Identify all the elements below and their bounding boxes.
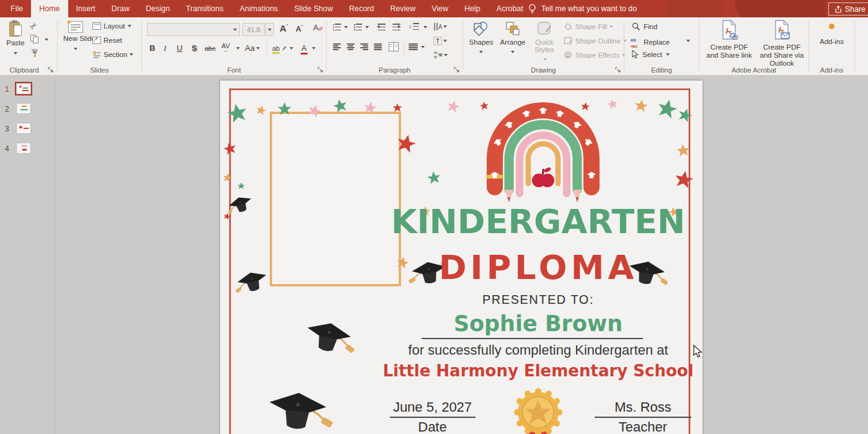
tab-slide-show[interactable]: Slide Show: [286, 0, 341, 17]
change-case-button[interactable]: Aa: [245, 43, 255, 53]
font-dialog-launcher[interactable]: [317, 67, 324, 73]
tab-acrobat[interactable]: Acrobat: [489, 0, 531, 17]
certificate-title-line2[interactable]: DIPLOMA: [368, 248, 709, 287]
create-pdf-share-link-button[interactable]: Create PDF and Share link: [704, 20, 754, 60]
strikethrough-button[interactable]: abc: [205, 45, 216, 52]
copy-dropdown[interactable]: [45, 38, 48, 41]
character-spacing-dropdown[interactable]: [236, 47, 240, 50]
slide-thumbnail-2[interactable]: 2: [0, 102, 56, 118]
slide-number: 1: [5, 85, 9, 94]
date-value[interactable]: June 5, 2027: [384, 399, 480, 415]
slide-thumbnail-image[interactable]: [16, 103, 31, 114]
tab-home[interactable]: Home: [31, 0, 68, 17]
arrange-dropdown[interactable]: [511, 51, 515, 53]
tab-design[interactable]: Design: [138, 0, 178, 17]
new-slide-dropdown[interactable]: [74, 48, 78, 50]
change-case-dropdown[interactable]: [256, 47, 260, 50]
replace-button[interactable]: ab •ac Replace: [631, 36, 670, 48]
font-color-button[interactable]: A: [301, 42, 308, 53]
paragraph-dialog-launcher[interactable]: [454, 67, 460, 73]
new-slide-button[interactable]: ✦ New Slide: [63, 21, 89, 54]
clipboard-dialog-launcher[interactable]: [48, 67, 54, 73]
italic-button[interactable]: I: [164, 43, 166, 53]
teacher-value[interactable]: Ms. Ross: [593, 399, 693, 415]
font-name-combo[interactable]: [147, 23, 240, 36]
format-painter-icon[interactable]: [30, 48, 40, 60]
line-spacing-button[interactable]: ↕: [409, 23, 419, 30]
replace-dropdown[interactable]: [686, 40, 690, 42]
layout-button[interactable]: Layout: [92, 22, 131, 30]
paste-button[interactable]: Paste: [5, 21, 26, 58]
tab-review[interactable]: Review: [382, 0, 423, 17]
bullets-dropdown[interactable]: [344, 26, 348, 29]
grow-font-button[interactable]: Aˆ: [280, 23, 288, 33]
arrange-button[interactable]: Arrange: [498, 21, 528, 57]
group-editing: Find ab •ac Replace Select Editing: [624, 17, 699, 76]
tab-record[interactable]: Record: [341, 0, 382, 17]
quick-styles-button[interactable]: Quick Styles: [530, 21, 560, 64]
font-name-dropdown[interactable]: [233, 29, 237, 31]
tab-help[interactable]: Help: [456, 0, 489, 17]
increase-indent-button[interactable]: [392, 24, 401, 30]
completion-text[interactable]: for successfully completing Kindergarten…: [368, 342, 709, 358]
shadow-button[interactable]: S: [192, 43, 197, 53]
align-center-button[interactable]: [347, 43, 355, 50]
font-color-dropdown[interactable]: [312, 47, 316, 50]
columns-button[interactable]: [409, 43, 418, 50]
bold-button[interactable]: B: [149, 43, 155, 53]
align-left-button[interactable]: [333, 43, 341, 50]
highlight-dropdown[interactable]: [290, 47, 293, 50]
date-label[interactable]: Date: [384, 419, 480, 434]
justify-button[interactable]: [374, 43, 382, 50]
slide-thumbnail-1[interactable]: 1: [0, 82, 56, 99]
align-text-button[interactable]: [433, 37, 447, 45]
reset-button[interactable]: Reset: [92, 37, 122, 44]
font-size-combo[interactable]: 41.8: [242, 23, 265, 36]
tab-transitions[interactable]: Transitions: [178, 0, 232, 17]
section-button[interactable]: Section: [92, 51, 133, 58]
tab-view[interactable]: View: [423, 0, 456, 17]
drawing-dialog-launcher[interactable]: [615, 67, 621, 73]
bullets-button[interactable]: [333, 24, 341, 30]
slide-thumbnail-image[interactable]: [16, 143, 31, 154]
align-right-button[interactable]: [360, 43, 368, 50]
slide-thumbnail-3[interactable]: 3: [0, 122, 56, 138]
select-button[interactable]: Select: [632, 50, 670, 59]
line-spacing-dropdown[interactable]: [423, 26, 427, 29]
underline-button[interactable]: U: [177, 43, 182, 53]
numbering-button[interactable]: [354, 24, 362, 30]
font-size-dropdown[interactable]: [265, 23, 274, 36]
columns-dropdown[interactable]: [421, 46, 425, 48]
teacher-label[interactable]: Teacher: [593, 419, 693, 434]
slide-thumbnail-4[interactable]: 4: [0, 142, 56, 158]
create-pdf-outlook-button[interactable]: Create PDF and Share via Outlook: [756, 20, 807, 68]
smartart-button[interactable]: [433, 51, 448, 60]
find-button[interactable]: Find: [632, 22, 657, 31]
tab-draw[interactable]: Draw: [104, 0, 138, 17]
certificate-title-line1[interactable]: KINDERGARTEN: [368, 202, 709, 241]
clear-formatting-button[interactable]: A: [313, 23, 323, 35]
student-name[interactable]: Sophie Brown: [383, 311, 693, 336]
share-button[interactable]: Share: [828, 2, 868, 16]
character-spacing-button[interactable]: AV ↔: [221, 42, 230, 53]
slide-thumbnail-image[interactable]: [16, 83, 31, 94]
cut-icon[interactable]: ✂: [27, 20, 39, 32]
highlight-button[interactable]: ab: [272, 42, 288, 53]
paste-dropdown[interactable]: [14, 52, 17, 55]
tell-me-box[interactable]: Tell me what you want to do: [528, 0, 637, 17]
decrease-indent-button[interactable]: [378, 24, 386, 30]
tab-animations[interactable]: Animations: [232, 0, 286, 17]
shapes-button[interactable]: Shapes: [467, 21, 495, 57]
presented-to-label[interactable]: PRESENTED TO:: [383, 293, 693, 307]
tab-file[interactable]: File: [2, 0, 31, 17]
school-name[interactable]: Little Harmony Elementary School: [368, 361, 709, 380]
shapes-dropdown[interactable]: [479, 51, 483, 53]
tab-insert[interactable]: Insert: [68, 0, 104, 17]
slide-thumbnail-image[interactable]: [16, 123, 31, 134]
shrink-font-button[interactable]: Aˇ: [296, 24, 303, 33]
text-direction-button[interactable]: A: [433, 22, 447, 31]
numbering-dropdown[interactable]: [365, 26, 369, 29]
columns-merge-icon[interactable]: [389, 42, 399, 54]
addins-button[interactable]: Add-ins: [809, 22, 854, 45]
copy-icon[interactable]: [30, 35, 39, 43]
